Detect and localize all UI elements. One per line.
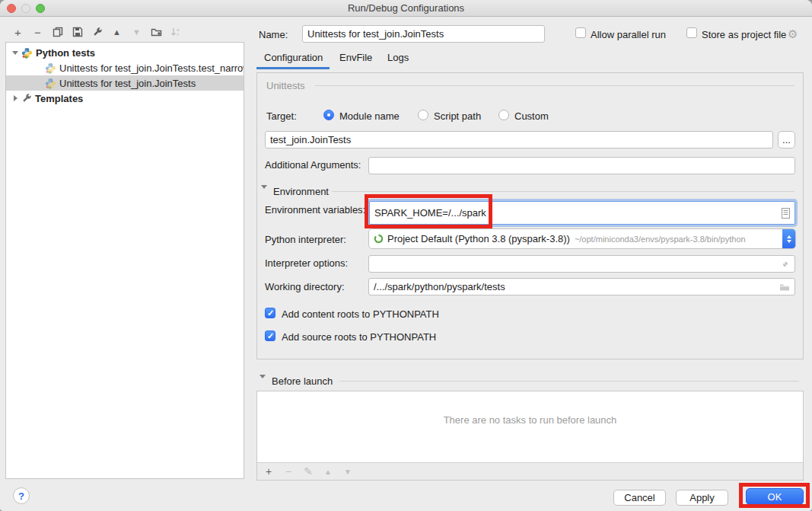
python-interpreter-value: Project Default (Python 3.8 (pyspark-3.8… xyxy=(387,233,570,244)
store-as-project-file-checkbox[interactable] xyxy=(686,27,697,38)
remove-task-icon: − xyxy=(283,465,294,477)
highlight-environment-variables xyxy=(365,194,492,228)
python-interpreter-label: Python interpreter: xyxy=(265,234,346,245)
add-task-icon[interactable]: + xyxy=(263,465,274,477)
unittests-group-label: Unittests xyxy=(266,80,305,91)
working-directory-value: /.../spark/python/pyspark/tests xyxy=(374,281,505,292)
edit-task-pencil-icon: ✎ xyxy=(303,465,314,477)
environment-section-label[interactable]: Environment xyxy=(273,186,329,197)
sort-configurations-icon: az xyxy=(167,24,185,40)
environment-variables-label: Environment variables: xyxy=(265,204,365,216)
tree-item-templates[interactable]: Templates xyxy=(6,91,244,106)
move-up-icon[interactable]: ▲ xyxy=(108,24,126,40)
tab-envfile[interactable]: EnvFile xyxy=(339,52,372,63)
tree-item-python-tests[interactable]: Python tests xyxy=(6,45,244,60)
python-interpreter-path: ~/opt/miniconda3/envs/pyspark-3.8/bin/py… xyxy=(575,235,746,244)
add-configuration-icon[interactable]: + xyxy=(9,24,27,40)
minimize-window-button xyxy=(21,4,30,13)
python-tests-icon xyxy=(45,78,56,89)
chevron-right-icon[interactable] xyxy=(11,95,20,101)
add-content-roots-checkbox[interactable] xyxy=(265,308,275,318)
highlight-ok-button xyxy=(739,483,810,508)
remove-configuration-icon[interactable]: − xyxy=(29,24,46,40)
chevron-down-icon[interactable] xyxy=(261,189,267,203)
tree-item-unittests-jointests-selected[interactable]: Unittests for test_join.JoinTests xyxy=(6,75,244,91)
interpreter-options-label: Interpreter options: xyxy=(265,257,348,269)
configurations-toolbar: + − ▲ ▼ az xyxy=(9,24,185,40)
allow-parallel-run-checkbox[interactable] xyxy=(575,27,586,38)
chevron-down-icon[interactable] xyxy=(11,51,20,55)
radio-custom-label[interactable]: Custom xyxy=(514,110,549,122)
tree-item-label: Python tests xyxy=(36,47,95,59)
tree-item-label: Templates xyxy=(35,93,83,104)
add-source-roots-label[interactable]: Add source roots to PYTHONPATH xyxy=(282,331,436,343)
svg-text:z: z xyxy=(177,32,179,37)
configurations-tree: Python tests Unittests for test_join.Joi… xyxy=(5,42,244,479)
section-separator xyxy=(332,191,794,192)
gear-icon[interactable]: ⚙ xyxy=(788,27,798,41)
name-label: Name: xyxy=(259,29,288,40)
radio-module-name-label[interactable]: Module name xyxy=(339,110,400,122)
radio-module-name[interactable] xyxy=(323,110,334,120)
add-source-roots-checkbox[interactable] xyxy=(265,331,275,341)
module-name-input[interactable] xyxy=(265,131,773,149)
dropdown-arrows-icon[interactable] xyxy=(782,229,795,248)
additional-arguments-label: Additional Arguments: xyxy=(265,159,361,171)
radio-custom[interactable] xyxy=(498,110,509,120)
name-input[interactable] xyxy=(302,25,545,43)
radio-script-path[interactable] xyxy=(418,110,428,120)
tree-item-label: Unittests for test_join.JoinTests xyxy=(59,78,196,89)
target-label: Target: xyxy=(266,110,297,122)
apply-button[interactable]: Apply xyxy=(676,490,728,506)
folder-icon[interactable] xyxy=(779,283,790,292)
section-separator xyxy=(340,381,799,382)
close-window-button[interactable] xyxy=(7,4,16,13)
store-as-project-file-label: Store as project file xyxy=(702,29,786,40)
interpreter-options-input[interactable] xyxy=(368,255,795,273)
tree-item-unittests-test-narrow[interactable]: Unittests for test_join.JoinTests.test_n… xyxy=(6,60,244,75)
before-launch-toolbar: + − ✎ ▲ ▼ xyxy=(257,462,803,480)
create-folder-icon[interactable] xyxy=(148,24,165,40)
active-tab-indicator xyxy=(256,67,330,69)
help-button[interactable]: ? xyxy=(13,487,30,504)
variables-list-icon[interactable] xyxy=(782,208,790,219)
conda-env-icon xyxy=(374,234,384,244)
before-launch-empty-text: There are no tasks to run before launch xyxy=(257,414,803,426)
additional-arguments-input[interactable] xyxy=(368,157,795,174)
before-launch-section-label[interactable]: Before launch xyxy=(272,375,333,387)
tab-configuration[interactable]: Configuration xyxy=(264,52,323,63)
group-separator xyxy=(315,85,794,86)
tab-logs[interactable]: Logs xyxy=(387,52,409,63)
working-directory-label: Working directory: xyxy=(265,281,345,292)
working-directory-input[interactable]: /.../spark/python/pyspark/tests xyxy=(368,278,795,295)
before-launch-task-list: There are no tasks to run before launch … xyxy=(256,391,804,481)
zoom-window-button[interactable] xyxy=(36,4,45,13)
save-configuration-icon[interactable] xyxy=(68,24,86,40)
python-interpreter-select[interactable]: Project Default (Python 3.8 (pyspark-3.8… xyxy=(368,228,796,249)
tree-item-label: Unittests for test_join.JoinTests.test_n… xyxy=(59,62,244,74)
radio-script-path-label[interactable]: Script path xyxy=(434,110,481,122)
expand-field-icon[interactable] xyxy=(781,260,790,269)
browse-module-button[interactable]: ... xyxy=(778,131,795,149)
move-task-down-icon: ▼ xyxy=(342,465,353,477)
move-task-up-icon: ▲ xyxy=(323,465,333,477)
copy-configuration-icon[interactable] xyxy=(49,24,66,40)
add-content-roots-label[interactable]: Add content roots to PYTHONPATH xyxy=(282,308,439,320)
title-bar: Run/Debug Configurations xyxy=(0,0,812,17)
templates-wrench-icon xyxy=(21,93,32,104)
move-down-icon: ▼ xyxy=(128,24,145,40)
python-tests-icon xyxy=(21,47,33,59)
run-debug-configurations-dialog: Run/Debug Configurations + − ▲ ▼ az Pyt xyxy=(0,0,812,511)
window-title: Run/Debug Configurations xyxy=(0,0,812,17)
edit-templates-wrench-icon[interactable] xyxy=(88,24,106,40)
cancel-button[interactable]: Cancel xyxy=(613,490,666,506)
allow-parallel-run-label: Allow parallel run xyxy=(591,29,666,40)
python-tests-icon xyxy=(45,62,56,74)
